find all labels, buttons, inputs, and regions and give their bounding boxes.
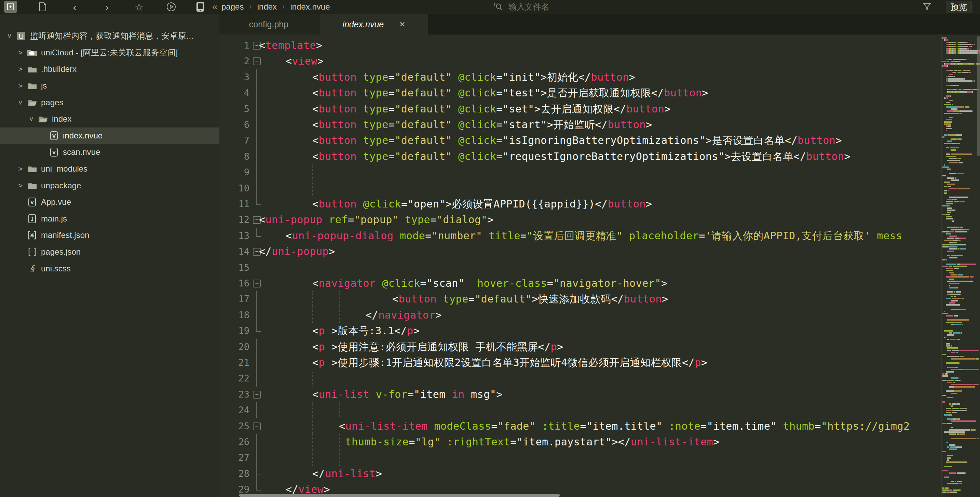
fold-toggle-icon[interactable]: − <box>253 422 261 430</box>
code-line-22[interactable]: 22 <box>219 371 942 386</box>
minimap-row <box>942 373 948 374</box>
code-text: <button type="default" @click="isIgnorin… <box>312 133 842 148</box>
tree-item-uni_modules[interactable]: >uni_modules <box>0 161 219 177</box>
code-line-27[interactable]: 27 <box>219 450 942 465</box>
code-line-9[interactable]: 9 <box>219 164 942 180</box>
fold-toggle-icon[interactable]: − <box>253 391 261 398</box>
code-line-16[interactable]: 16−<navigator @click="scan" hover-class=… <box>219 276 942 291</box>
minimap-row <box>944 182 950 183</box>
minimap-row <box>944 39 948 41</box>
code-line-17[interactable]: 17<button type="default">快速添加收款码</button… <box>219 291 942 307</box>
minimap-row <box>949 162 964 163</box>
app-icon <box>15 31 27 41</box>
code-line-11[interactable]: 11<button @click="open">必须设置APPID({{appi… <box>219 196 942 212</box>
line-number: 26 <box>219 434 250 450</box>
breadcrumb-item-pages[interactable]: pages <box>221 2 243 12</box>
code-line-20[interactable]: 20<p >使用注意:必须开启通知权限 手机不能黑屏</p> <box>219 339 942 355</box>
star-icon[interactable]: ☆ <box>132 1 146 13</box>
breadcrumb-item-index[interactable]: index <box>257 2 277 12</box>
code-line-5[interactable]: 5<button type="default" @click="set">去开启… <box>219 101 942 117</box>
minimap-row <box>947 227 963 228</box>
minimap[interactable] <box>942 35 980 497</box>
code-line-13[interactable]: 13<uni-popup-dialog mode="number" title=… <box>219 228 942 244</box>
line-number: 9 <box>219 164 250 180</box>
tree-item-app.vue[interactable]: VApp.vue <box>0 194 219 210</box>
minimap-row <box>946 442 948 443</box>
minimap-row <box>944 432 966 433</box>
preview-button[interactable]: 预览 <box>946 1 972 13</box>
chevron-right-icon[interactable]: > <box>15 82 26 90</box>
tab-index.nvue[interactable]: index.nvue× <box>320 14 428 35</box>
app-logo-icon[interactable] <box>4 1 17 13</box>
code-line-23[interactable]: 23−<uni-list v-for="item in msg"> <box>219 387 942 402</box>
minimap-row <box>951 421 977 422</box>
tab-config.php[interactable]: config.php <box>219 14 320 35</box>
vertical-scrollbar-thumb[interactable] <box>977 36 980 156</box>
minimap-row <box>942 266 968 267</box>
back-icon[interactable]: ‹ <box>68 1 81 13</box>
code-line-21[interactable]: 21<p >使用步骤:1开启通知权限2设置白名单3开始监听4微信必须开启通知栏权… <box>219 355 942 371</box>
minimap-row <box>947 199 957 200</box>
indent-guide <box>312 434 313 450</box>
tree-item-index[interactable]: >index <box>0 111 219 127</box>
chevron-right-icon[interactable]: > <box>15 165 26 173</box>
code-line-10[interactable]: 10 <box>219 180 942 196</box>
tree-item-js[interactable]: >js <box>0 78 219 94</box>
tree-item-unicloud-[interactable]: >uniCloud - [阿里云:未关联云服务空间] <box>0 45 219 61</box>
fold-toggle-icon[interactable]: − <box>253 57 261 65</box>
code-line-18[interactable]: 18</navigator> <box>219 307 942 323</box>
chevron-right-icon[interactable]: > <box>15 182 26 190</box>
file-search-box[interactable] <box>493 1 917 13</box>
chevron-right-icon[interactable]: > <box>15 65 26 73</box>
minimap-row <box>949 173 964 174</box>
code-line-14[interactable]: 14−</uni-popup> <box>219 244 942 260</box>
code-line-12[interactable]: 12−<uni-popup ref="popup" type="dialog"> <box>219 212 942 228</box>
tree-item-main.js[interactable]: Jmain.js <box>0 210 219 227</box>
tree-item-index.nvue[interactable]: Vindex.nvue <box>0 127 219 144</box>
code-line-4[interactable]: 4<button type="default" @click="test">是否… <box>219 85 942 101</box>
code-line-19[interactable]: 19<p >版本号:3.1</p> <box>219 323 942 339</box>
code-line-28[interactable]: 28</uni-list> <box>219 466 942 482</box>
filter-funnel-icon[interactable] <box>921 1 934 13</box>
chevron-down-icon[interactable]: > <box>16 97 25 108</box>
fold-toggle-icon[interactable]: − <box>253 280 261 287</box>
device-phone-icon[interactable] <box>193 1 207 13</box>
forward-icon[interactable]: › <box>100 1 113 13</box>
close-tab-icon[interactable]: × <box>399 19 405 30</box>
line-number: 12 <box>219 212 250 228</box>
code-line-24[interactable]: 24 <box>219 402 942 418</box>
tree-item-uni.scss[interactable]: §uni.scss <box>0 260 219 277</box>
tree-item-pages.json[interactable]: pages.json <box>0 244 219 260</box>
code-editor[interactable]: 1−<template>2−<view>3<button type="defau… <box>219 35 942 497</box>
collapse-breadcrumb-icon[interactable]: « <box>208 1 221 13</box>
code-line-15[interactable]: 15 <box>219 260 942 276</box>
code-line-2[interactable]: 2−<view> <box>219 53 942 69</box>
minimap-row <box>944 240 961 241</box>
tree-item-manifest.json[interactable]: manifest.json <box>0 227 219 244</box>
code-line-8[interactable]: 8<button type="default" @click="requestI… <box>219 149 942 164</box>
chevron-right-icon[interactable]: > <box>15 49 26 57</box>
chevron-down-icon[interactable]: > <box>5 30 14 41</box>
chevron-down-icon[interactable]: > <box>27 113 35 124</box>
new-file-icon[interactable] <box>36 1 49 13</box>
minimap-row <box>947 210 956 211</box>
search-input[interactable] <box>508 2 917 12</box>
tree-item--[interactable]: >监听通知栏内容，获取通知栏消息，安卓原… <box>0 28 219 45</box>
breadcrumb-item-file[interactable]: index.nvue <box>290 2 330 12</box>
code-line-3[interactable]: 3<button type="default" @click="init">初始… <box>219 69 942 85</box>
code-line-1[interactable]: 1−<template> <box>219 38 942 53</box>
code-line-7[interactable]: 7<button type="default" @click="isIgnori… <box>219 133 942 148</box>
minimap-row <box>946 130 948 131</box>
line-number: 18 <box>219 307 250 323</box>
code-line-26[interactable]: 26 thumb-size="lg" :rightText="item.pays… <box>219 434 942 450</box>
tree-item-scan.nvue[interactable]: Vscan.nvue <box>0 144 219 161</box>
tree-item-.hbuilderx[interactable]: >.hbuilderx <box>0 61 219 78</box>
indent-guide <box>286 180 286 196</box>
code-line-25[interactable]: 25−<uni-list-item modeClass="fade" :titl… <box>219 418 942 434</box>
indent-guide <box>339 307 340 323</box>
tree-item-unpackage[interactable]: >unpackage <box>0 177 219 194</box>
run-icon[interactable] <box>165 1 178 13</box>
code-line-6[interactable]: 6<button type="default" @click="start">开… <box>219 117 942 133</box>
horizontal-scrollbar-thumb[interactable] <box>239 494 560 497</box>
tree-item-pages[interactable]: >pages <box>0 94 219 111</box>
